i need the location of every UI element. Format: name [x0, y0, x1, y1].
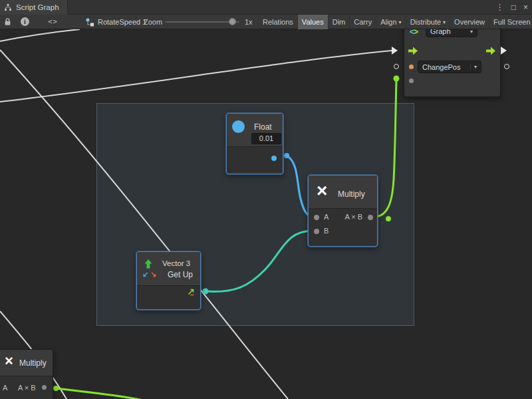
graph-code-icon: <> [410, 29, 418, 37]
flow-output-arrow-icon[interactable] [485, 46, 496, 56]
wire-endpoint-green-bottom[interactable] [53, 386, 59, 391]
code-view-icon[interactable]: <> [48, 17, 58, 26]
flow-edge-arrow-left-icon[interactable] [392, 47, 398, 55]
multiply2-input-a-label: A [3, 384, 7, 392]
wire-white-top-left[interactable] [0, 29, 80, 41]
lock-icon[interactable] [4, 17, 11, 27]
close-icon[interactable]: × [523, 0, 528, 15]
relations-button[interactable]: Relations [258, 15, 297, 29]
changepos-dropdown[interactable]: ChangePos ▾ [418, 61, 481, 73]
carry-button[interactable]: Carry [349, 15, 376, 29]
graph-canvas[interactable]: Float 0.01 × Multiply A A × B B Vector 3… [0, 29, 532, 399]
tab-title: Script Graph [16, 3, 59, 11]
zoom-value-label: 1x [245, 18, 253, 26]
wire-white-to-graph-node[interactable] [0, 51, 392, 102]
graph-event-node[interactable]: <> Graph ▾ ChangePos ▾ [404, 29, 501, 97]
vector3-output-port-icon[interactable] [187, 287, 196, 296]
distribute-dropdown-button[interactable]: Distribute▾ [406, 15, 450, 29]
getup-node-title: Get Up [168, 270, 193, 279]
chevron-down-icon: ▾ [470, 29, 473, 35]
float-type-icon [232, 120, 245, 133]
multiply2-node-title: Multiply [19, 358, 47, 368]
graph-tab-icon [4, 3, 12, 11]
multiply-output-port[interactable] [368, 215, 373, 220]
script-graph-icon [85, 17, 94, 27]
chevron-down-icon: ▾ [470, 64, 477, 70]
multiply-output-label: A × B [344, 213, 362, 221]
window-menu-icon[interactable]: ⋮ [496, 0, 504, 15]
chevron-down-icon: ▾ [443, 19, 446, 25]
multiply-node[interactable]: × Multiply A A × B B [308, 175, 378, 247]
arrow-down-right-icon: ↘ [150, 270, 156, 279]
chevron-down-icon: ▾ [399, 19, 402, 25]
multiply-node-2[interactable]: × Multiply A A × B [0, 349, 53, 399]
wire-endpoint-teal[interactable] [203, 289, 209, 295]
script-graph-tab[interactable]: Script Graph [0, 0, 68, 15]
wire-white-diagonal[interactable] [0, 50, 288, 399]
full-screen-button[interactable]: Full Screen [489, 15, 532, 29]
vector3-up-arrow-icon [143, 259, 154, 269]
graph-breadcrumb[interactable]: RotateSpeed 1 [85, 15, 146, 29]
multiply2-icon: × [5, 354, 13, 368]
changepos-value-port[interactable] [409, 65, 414, 69]
toolbar-buttons: Relations Values Dim Carry Align▾ Distri… [258, 15, 532, 29]
wire-endpoint-green-start[interactable] [386, 216, 391, 221]
value-edge-circle-left-icon[interactable] [394, 64, 399, 69]
maximize-icon[interactable]: □ [511, 0, 516, 15]
wire-multiply2-output[interactable] [56, 388, 159, 399]
multiply-input-b-label: B [324, 227, 329, 235]
zoom-label: Zoom [144, 18, 162, 26]
zoom-slider[interactable] [165, 15, 239, 29]
align-dropdown-button[interactable]: Align▾ [376, 15, 405, 29]
float-value-input[interactable]: 0.01 [251, 133, 281, 144]
float-node[interactable]: Float 0.01 [226, 113, 283, 174]
multiply-input-a-port[interactable] [314, 215, 319, 220]
graph-name-label: RotateSpeed 1 [98, 18, 146, 26]
zoom-slider-handle[interactable] [229, 18, 236, 25]
float-node-title: Float [254, 122, 272, 132]
values-button[interactable]: Values [297, 15, 328, 29]
multiply2-output-port[interactable] [42, 385, 47, 390]
graph-node-extra-port[interactable] [409, 78, 414, 83]
flow-edge-arrow-right-icon[interactable] [501, 47, 507, 55]
multiply-input-b-port[interactable] [314, 229, 319, 234]
changepos-dropdown-label: ChangePos [422, 63, 467, 71]
multiply2-output-label: A × B [18, 384, 36, 392]
wire-getup-to-multiply-b[interactable] [205, 231, 313, 292]
value-edge-circle-right-icon[interactable] [504, 64, 509, 69]
vector3-type-label: Vector 3 [162, 259, 190, 267]
wire-endpoint-green-end[interactable] [394, 76, 400, 82]
graph-dropdown-label: Graph [430, 29, 467, 35]
multiply-node-title: Multiply [338, 190, 365, 199]
flow-input-arrow-icon[interactable] [408, 46, 418, 56]
multiply-icon: × [317, 182, 327, 200]
vector3-getup-node[interactable]: Vector 3 ↙ ↘ Get Up [136, 251, 201, 310]
unity-script-graph-window: Script Graph ⋮ □ × i <> RotateSpeed 1 Zo… [0, 0, 532, 399]
graph-dropdown[interactable]: Graph ▾ [426, 29, 477, 37]
overview-button[interactable]: Overview [450, 15, 489, 29]
wire-endpoint-blue[interactable] [284, 153, 289, 158]
graph-toolbar: i <> RotateSpeed 1 Zoom 1x Relations Val… [0, 15, 532, 29]
info-icon[interactable]: i [21, 17, 29, 26]
titlebar: Script Graph ⋮ □ × [0, 0, 532, 15]
arrow-down-left-icon: ↙ [142, 270, 148, 279]
dim-button[interactable]: Dim [328, 15, 350, 29]
float-output-port[interactable] [271, 156, 277, 161]
multiply-input-a-label: A [324, 213, 329, 221]
window-controls: ⋮ □ × [496, 0, 528, 15]
